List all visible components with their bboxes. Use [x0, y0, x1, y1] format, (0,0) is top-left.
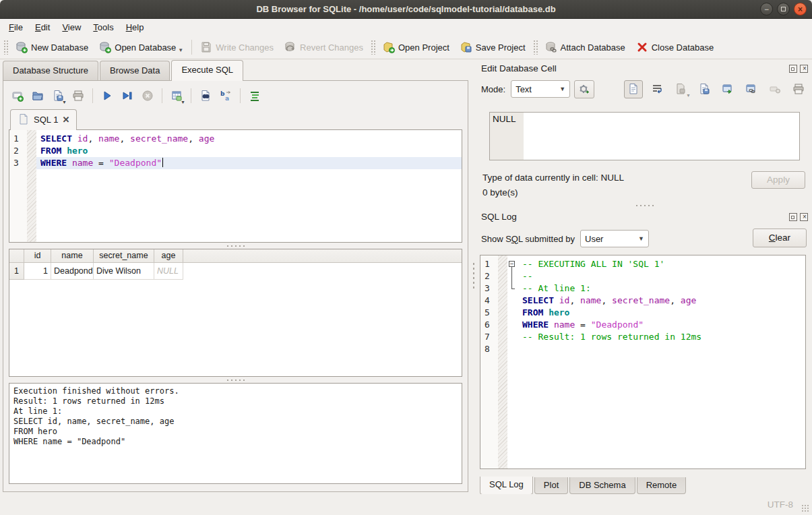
splitter-vertical[interactable] [470, 59, 477, 494]
cell-id[interactable]: 1 [24, 263, 51, 280]
editor-line-2[interactable]: FROM hero [36, 145, 462, 157]
find-icon [199, 90, 212, 102]
find-button[interactable] [197, 87, 214, 104]
maximize-icon[interactable] [777, 3, 790, 16]
close-database-button[interactable]: Close Database [631, 38, 720, 56]
results-grid[interactable]: idnamesecret_nameage11DeadpondDive Wilso… [9, 249, 462, 377]
new-database-button[interactable]: New Database [10, 38, 94, 56]
open-sql-file-button[interactable] [29, 87, 46, 104]
clear-button[interactable]: Clear [753, 229, 807, 247]
save-project-button[interactable]: Save Project [455, 38, 531, 56]
fold-collapse-icon[interactable]: − [509, 261, 515, 267]
column-header-secret_name[interactable]: secret_name [94, 249, 154, 263]
corner-header[interactable] [9, 249, 24, 263]
save-sql-file-button[interactable]: ▼ [49, 87, 67, 104]
cell-name[interactable]: Deadpond [51, 263, 94, 280]
menu-help[interactable]: Help [120, 20, 150, 34]
splitter-results-message[interactable] [9, 377, 462, 383]
toolbar-handle[interactable] [533, 40, 538, 55]
write-changes-button: Write Changes [195, 38, 279, 56]
text-cursor [162, 158, 163, 167]
splitter-docks[interactable] [477, 202, 812, 208]
apply-button[interactable]: Apply [751, 171, 805, 189]
text-view-button[interactable] [624, 80, 643, 98]
tab-database-structure[interactable]: Database Structure [3, 61, 98, 80]
write-changes-label: Write Changes [216, 42, 274, 53]
find-replace-button[interactable]: ba [217, 87, 235, 104]
cell-secret_name[interactable]: Dive Wilson [94, 263, 154, 280]
tab-sql-1[interactable]: SQL 1 ✕ [10, 109, 77, 130]
execute-current-line-button[interactable] [119, 87, 136, 104]
attach-database-button[interactable]: Attach Database [540, 38, 631, 56]
svg-text:a: a [225, 95, 229, 102]
submitted-by-select[interactable]: User ▼ [580, 230, 649, 247]
open-database-label: Open Database [115, 42, 176, 53]
open-in-editor-icon [675, 83, 687, 95]
print-sql-button[interactable] [69, 87, 87, 104]
print-cell-button[interactable] [789, 80, 808, 98]
editor-code[interactable]: SELECT id, name, secret_name, ageFROM he… [36, 130, 462, 242]
revert-changes-icon [284, 41, 296, 53]
float-dock-icon[interactable] [789, 213, 797, 221]
tab-browse-data[interactable]: Browse Data [100, 61, 170, 80]
tab-execute-sql[interactable]: Execute SQL [171, 60, 243, 81]
export-results-button[interactable]: ▼ [168, 87, 185, 104]
close-database-label: Close Database [652, 42, 714, 53]
bottom-tab-sql-log[interactable]: SQL Log [480, 477, 533, 495]
menu-file[interactable]: File [3, 20, 29, 34]
export-to-file-button[interactable] [718, 80, 737, 98]
toolbar-separator [92, 88, 93, 103]
submitted-by-value: User [585, 234, 603, 244]
open-project-button[interactable]: Open Project [377, 38, 455, 56]
chevron-down-icon[interactable]: ▼ [181, 100, 185, 104]
resize-grip-icon[interactable] [801, 504, 810, 513]
close-tab-icon[interactable]: ✕ [62, 115, 69, 124]
chevron-down-icon[interactable]: ▼ [178, 47, 183, 53]
cell-info: Type of data currently in cell: NULL 0 b… [482, 167, 807, 202]
toolbar-handle[interactable] [3, 40, 8, 55]
word-wrap-button[interactable] [648, 80, 666, 98]
new-sql-tab-button[interactable] [9, 87, 26, 104]
text-view-icon [627, 83, 639, 95]
editor-line-1[interactable]: SELECT id, name, secret_name, age [36, 133, 462, 145]
titlebar[interactable]: DB Browser for SQLite - /home/user/code/… [0, 0, 812, 19]
close-icon[interactable]: × [794, 3, 807, 16]
splitter-editor-results[interactable] [9, 243, 462, 249]
open-database-button[interactable]: Open Database▼ [94, 38, 189, 56]
message-line: WHERE name = "Deadpond" [13, 437, 458, 447]
sql-log-dock-header: SQL Log × [477, 209, 812, 223]
execute-all-button[interactable] [98, 87, 116, 104]
minimize-icon[interactable]: − [760, 3, 773, 16]
column-header-name[interactable]: name [51, 249, 94, 263]
menu-view[interactable]: View [56, 20, 87, 34]
toolbar-handle[interactable] [371, 40, 375, 55]
column-header-id[interactable]: id [24, 249, 51, 263]
editor-line-3[interactable]: WHERE name = "Deadpond" [36, 157, 462, 169]
import-from-file-button[interactable] [695, 80, 714, 98]
bottom-tab-remote[interactable]: Remote [637, 477, 687, 494]
float-dock-icon[interactable] [789, 65, 797, 73]
copy-as-link-button[interactable] [742, 80, 761, 98]
row-header[interactable]: 1 [9, 263, 24, 280]
sql-editor[interactable]: 123 SELECT id, name, secret_name, ageFRO… [9, 129, 462, 243]
table-row: 11DeadpondDive WilsonNULL [9, 263, 462, 280]
edit-cell-toolbar: Mode: Text ▼ ▼ [481, 78, 808, 100]
mode-select[interactable]: Text ▼ [511, 80, 570, 98]
cell-editor[interactable]: NULL [489, 112, 800, 160]
log-fold-margin[interactable]: − [507, 255, 518, 468]
chevron-down-icon: ▼ [559, 86, 565, 92]
menu-tools[interactable]: Tools [87, 20, 119, 34]
sql-log-view[interactable]: 12345678 − -- EXECUTING ALL IN 'SQL 1'--… [480, 255, 806, 469]
cell-age[interactable]: NULL [154, 263, 183, 280]
close-dock-icon[interactable]: × [800, 213, 808, 221]
message-line: SELECT id, name, secret_name, age [13, 417, 458, 427]
chevron-down-icon[interactable]: ▼ [62, 100, 67, 104]
column-header-age[interactable]: age [154, 249, 183, 263]
close-dock-icon[interactable]: × [800, 65, 808, 73]
auto-apply-button[interactable] [574, 80, 594, 98]
bottom-tab-plot[interactable]: Plot [534, 477, 568, 494]
bottom-tab-db-schema[interactable]: DB Schema [569, 477, 635, 494]
log-line-2: -- [518, 270, 805, 282]
menu-edit[interactable]: Edit [29, 20, 56, 34]
format-sql-button[interactable] [246, 87, 263, 104]
